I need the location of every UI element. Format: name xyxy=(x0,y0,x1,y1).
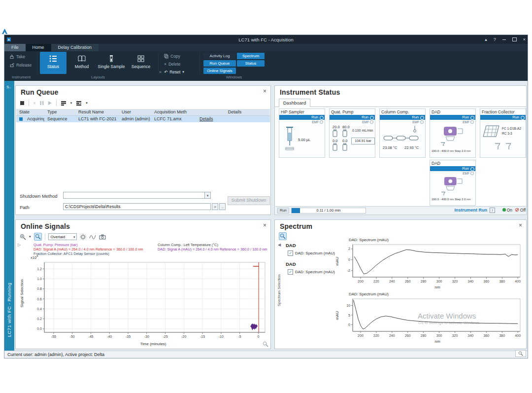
path-input[interactable] xyxy=(63,203,211,210)
emf-indicator[interactable]: EMF xyxy=(312,120,323,124)
window-toggle-run-queue[interactable]: Run Queue xyxy=(203,60,236,67)
resume-icon[interactable] xyxy=(48,101,52,106)
svg-text:-45: -45 xyxy=(88,335,93,338)
svg-text:240: 240 xyxy=(389,334,395,337)
take-button[interactable]: Take xyxy=(9,53,25,60)
pause-icon[interactable] xyxy=(40,101,44,106)
submit-shutdown-button[interactable]: Submit Shutdown xyxy=(228,196,270,205)
svg-text:280: 280 xyxy=(421,334,427,337)
emf-indicator[interactable]: EMF xyxy=(362,120,373,124)
windows-group-label: Windows xyxy=(203,75,265,79)
layout-status-button[interactable]: Status xyxy=(40,52,66,74)
run-queue-close-icon[interactable]: × xyxy=(263,88,266,95)
stop-icon[interactable] xyxy=(20,101,25,106)
spectrum-chart-1-title: DAD: Spectrum (mAU) xyxy=(349,238,389,242)
signal-setup-icon[interactable] xyxy=(89,234,96,240)
tree-collapse-icon[interactable]: ◀ xyxy=(278,243,281,247)
device-card-dad-2[interactable]: DAD Run EMF 190.0 - 400.0 nm Step 2.0 nm xyxy=(430,160,476,206)
zoom-in-icon[interactable] xyxy=(20,234,26,240)
window-toggle-activity-log[interactable]: Activity Log xyxy=(203,53,236,59)
details-link[interactable]: Details xyxy=(197,116,270,122)
left-rail[interactable]: S.. LC71 with FC - Running xyxy=(4,81,14,351)
minimize-icon[interactable] xyxy=(502,39,506,40)
status-ring-icon xyxy=(470,116,474,120)
statusbar-zoom-button[interactable] xyxy=(515,350,526,357)
restore-icon[interactable] xyxy=(512,37,517,41)
reset-button[interactable]: ↶ Reset ▾ xyxy=(164,69,184,75)
instrument-status-footer: Run 0.11 / 1.00 min Instrument Run i On … xyxy=(275,206,526,214)
panel-zoom-icon[interactable] xyxy=(263,341,268,347)
run-queue-table-row[interactable]: Acquiring Sequence LC71 with FC-2021 adm… xyxy=(16,116,270,122)
emf-indicator[interactable]: EMF xyxy=(463,172,474,175)
spectrum-chart-1[interactable]: 200220240260280300320340360380400-202 xyxy=(340,243,524,285)
caret-down-icon[interactable]: ▾ xyxy=(86,101,88,105)
gear-icon[interactable] xyxy=(80,234,86,240)
device-card-quat-pump[interactable]: Quat. Pump Run EMF 20.0 80.0 0.0 0.0 0.1… xyxy=(329,108,375,158)
window-toggle-spectrum[interactable]: Spectrum xyxy=(237,53,265,59)
layout-method-button[interactable]: Method xyxy=(68,52,95,74)
checkbox-checked-icon[interactable]: ✓ xyxy=(288,269,293,275)
unlock-icon xyxy=(9,63,14,68)
layout-sequence-button[interactable]: Sequence xyxy=(128,52,154,74)
window-toggle-online-signals[interactable]: Online Signals xyxy=(203,68,236,74)
zoom-mode-icon[interactable] xyxy=(34,233,42,241)
tab-dashboard[interactable]: Dashboard xyxy=(279,99,310,107)
expand-group-button[interactable]: » xyxy=(159,69,162,75)
shutdown-method-input[interactable] xyxy=(63,192,205,199)
info-icon[interactable]: i xyxy=(490,208,495,213)
on-indicator-icon[interactable] xyxy=(502,208,506,212)
svg-text:1.0: 1.0 xyxy=(37,277,42,281)
instrument-run-link[interactable]: Instrument Run xyxy=(455,208,488,213)
checkbox-checked-icon[interactable]: ✓ xyxy=(288,250,293,256)
device-card-fraction-collector[interactable]: Fraction Collector Run FC 1-D1B-A2 RC 3-… xyxy=(480,108,526,158)
pressure-readout: 104.91 bar xyxy=(351,138,375,144)
insert-in-queue-icon[interactable] xyxy=(76,101,82,106)
svg-text:-15: -15 xyxy=(200,335,205,338)
emf-indicator[interactable]: EMF xyxy=(463,120,474,124)
copy-button[interactable]: Copy xyxy=(164,53,180,60)
zoom-mode-icon[interactable] xyxy=(279,232,287,240)
tree-signal-row[interactable]: ✓ DAD: Spectrum (mAU) xyxy=(288,269,335,275)
delete-button[interactable]: × Delete xyxy=(164,61,181,68)
svg-text:0: 0 xyxy=(348,258,350,261)
device-card-column-comp[interactable]: Column Comp. Run EMF 23.08 °C 22.93 °C xyxy=(379,108,426,158)
online-signals-close-icon[interactable]: × xyxy=(263,222,266,229)
svg-text:300: 300 xyxy=(436,280,442,283)
release-button[interactable]: Release xyxy=(9,62,32,69)
layout-single-sample-button[interactable]: Single Sample xyxy=(97,52,126,74)
path-browse-button[interactable]: .. xyxy=(219,203,226,210)
close-icon[interactable]: × xyxy=(523,37,526,42)
delete-run-icon[interactable]: × xyxy=(33,101,36,106)
svg-text:-10: -10 xyxy=(219,335,224,338)
device-card-dad[interactable]: DAD Run EMF 190.0 - 400.0 nm Step 2.0 nm xyxy=(430,108,476,158)
tree-device-dad-2[interactable]: DAD xyxy=(286,261,296,267)
rail-collapsed-tab[interactable]: S.. xyxy=(6,85,11,89)
emf-indicator[interactable]: EMF xyxy=(412,120,424,124)
submit-to-queue-icon[interactable] xyxy=(61,101,66,106)
tab-home[interactable]: Home xyxy=(26,44,51,51)
window-titlebar[interactable]: LC71 with FC - Acquisition ▴ ? × xyxy=(4,35,528,44)
svg-text:0.6: 0.6 xyxy=(37,297,42,301)
svg-text:300: 300 xyxy=(436,334,442,337)
tree-signal-row[interactable]: ✓ DAD: Spectrum (mAU) xyxy=(288,250,335,256)
svg-text:260: 260 xyxy=(405,280,411,283)
solvent-bottles-graphic xyxy=(332,129,349,137)
shutdown-method-dropdown[interactable]: ▾ xyxy=(205,192,211,199)
off-indicator-icon[interactable] xyxy=(515,208,519,212)
caret-down-icon[interactable]: ▾ xyxy=(29,235,31,239)
caret-down-icon[interactable]: ▾ xyxy=(70,101,72,105)
help-icon[interactable]: ? xyxy=(494,37,496,42)
device-card-hip-sampler[interactable]: HiP Sampler Run EMF 5.00 µL xyxy=(279,108,325,158)
camera-icon[interactable] xyxy=(99,234,106,240)
window-toggle-status[interactable]: Status xyxy=(237,60,265,67)
column-cartridge-graphic xyxy=(383,135,423,142)
legend-collapse-icon[interactable]: ▷ xyxy=(18,243,21,247)
tab-delay-calibration[interactable]: Delay Calibration xyxy=(51,44,99,51)
online-signals-chart[interactable]: -55-50-45-40-35-30-25-20-15-10-500.00.20… xyxy=(18,259,270,341)
tab-file[interactable]: File xyxy=(4,44,26,51)
overlay-mode-select[interactable]: Overlaid▾ xyxy=(48,233,77,240)
tree-device-dad-1[interactable]: DAD xyxy=(286,243,296,248)
path-next-button[interactable]: > xyxy=(212,203,218,210)
spectrum-close-icon[interactable]: × xyxy=(519,222,522,229)
ribbon-collapse-icon[interactable]: ▴ xyxy=(485,37,487,42)
